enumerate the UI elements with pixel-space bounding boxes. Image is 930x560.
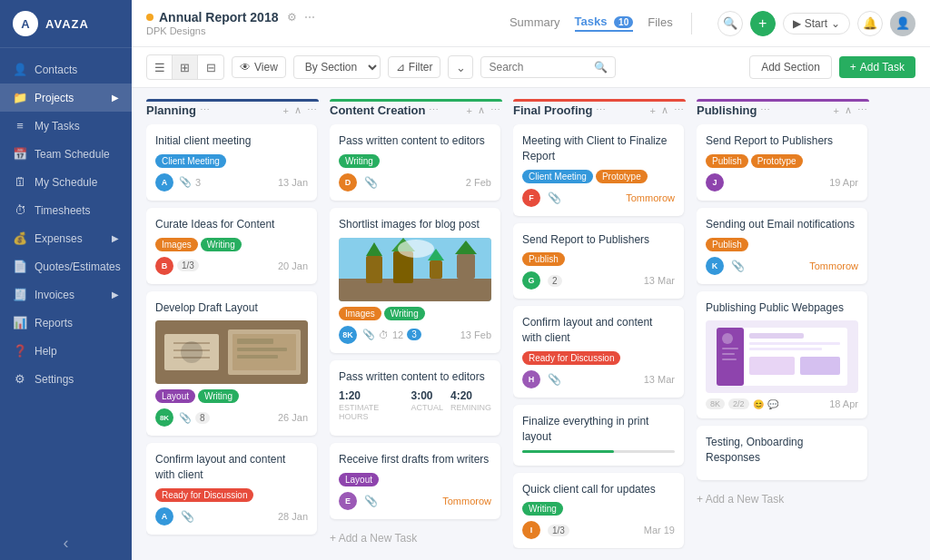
content-collapse-icon[interactable]: ∧ xyxy=(476,104,487,116)
card-pass-written-content[interactable]: Pass written content to editors Writing … xyxy=(330,124,500,201)
card-confirm-layout-planning[interactable]: Confirm layout and content with client R… xyxy=(146,443,317,535)
card-meeting-finalize[interactable]: Meeting with Client to Finalize Report C… xyxy=(513,124,684,216)
proofing-menu-icon[interactable]: ⋯ xyxy=(596,104,606,116)
sidebar-collapse-button[interactable]: ‹ xyxy=(0,526,132,560)
publishing-add-icon[interactable]: + xyxy=(832,105,841,116)
remaining-hours: 4:20 REMINING xyxy=(450,389,491,421)
card-email-notifications[interactable]: Sending out Email notifications Publish … xyxy=(697,208,867,284)
proofing-more-icon[interactable]: ⋯ xyxy=(672,104,686,116)
card-date: Tommorow xyxy=(442,496,491,506)
card-publishing-public-webpages[interactable]: Publishing Public Webpages xyxy=(697,291,867,419)
table-view-button[interactable]: ⊟ xyxy=(198,55,223,79)
board-view-button[interactable]: ⊞ xyxy=(173,55,198,79)
card-avatar: K xyxy=(706,257,724,275)
card-send-report-publishing[interactable]: Send Report to Publishers Publish Protot… xyxy=(697,124,867,201)
sidebar-item-contacts[interactable]: 👤 Contacts xyxy=(0,55,132,84)
proofing-top-border xyxy=(513,99,686,102)
card-testing-onboarding[interactable]: Testing, Onboarding Responses xyxy=(697,426,867,480)
sidebar-item-expenses[interactable]: 💰 Expenses ▶ xyxy=(0,224,132,252)
card-avatar: B xyxy=(155,257,173,275)
sidebar-item-my-tasks[interactable]: ≡ My Tasks xyxy=(0,112,132,140)
logo-icon: A xyxy=(13,11,38,36)
planning-collapse-icon[interactable]: ∧ xyxy=(292,104,303,116)
filter-more-button[interactable]: ⌄ xyxy=(448,55,473,79)
svg-point-7 xyxy=(181,341,203,363)
planning-add-task-link[interactable]: + Add a New Task xyxy=(146,542,317,549)
card-develop-draft[interactable]: Develop Draft Layout xyxy=(146,291,317,437)
filter-button[interactable]: ⊿ Filter xyxy=(388,56,441,78)
publishing-add-task-link[interactable]: + Add a New Task xyxy=(697,487,867,511)
nav-files[interactable]: Files xyxy=(648,15,672,31)
card-initial-client-meeting[interactable]: Initial client meeting Client Meeting A … xyxy=(146,124,317,201)
card-curate-ideas[interactable]: Curate Ideas for Content Images Writing … xyxy=(146,208,317,284)
card-confirm-layout-proofing[interactable]: Confirm layout and content with client R… xyxy=(513,306,684,398)
sidebar-label-reports: Reports xyxy=(35,317,73,329)
card-shortlist-images[interactable]: Shortlist images for blog post xyxy=(330,208,500,353)
add-task-button[interactable]: + Add Task xyxy=(839,56,915,78)
card-finalize-print-layout[interactable]: Finalize everything in print layout xyxy=(513,405,684,466)
content-menu-icon[interactable]: ⋯ xyxy=(429,104,439,116)
add-button[interactable]: + xyxy=(750,11,776,36)
card-quick-client-call[interactable]: Quick client call for updates Writing I … xyxy=(513,473,684,549)
publishing-col-actions: + ∧ ⋯ xyxy=(832,104,869,116)
sidebar-item-reports[interactable]: 📊 Reports xyxy=(0,309,132,337)
sidebar-item-team-schedule[interactable]: 📅 Team Schedule xyxy=(0,140,132,168)
search-icon: 🔍 xyxy=(594,61,608,74)
content-add-task-link[interactable]: + Add a New Task xyxy=(330,526,500,549)
publishing-collapse-icon[interactable]: ∧ xyxy=(843,104,854,116)
card-pass-written-content-2[interactable]: Pass written content to editors 1:20 EST… xyxy=(330,360,500,437)
section-select[interactable]: By Section xyxy=(293,55,381,79)
planning-add-icon[interactable]: + xyxy=(282,105,291,116)
planning-more-icon[interactable]: ⋯ xyxy=(305,104,319,116)
view-options-button[interactable]: 👁 View xyxy=(232,56,286,78)
user-avatar[interactable]: 👤 xyxy=(890,11,915,36)
sidebar-item-projects[interactable]: 📁 Projects ▶ xyxy=(0,84,132,112)
card-tags: Layout Writing xyxy=(155,389,308,403)
sidebar-item-help[interactable]: ❓ Help xyxy=(0,337,132,365)
proofing-cards: Meeting with Client to Finalize Report C… xyxy=(513,124,686,549)
sidebar-item-timesheets[interactable]: ⏱ Timesheets xyxy=(0,196,132,224)
content-more-icon[interactable]: ⋯ xyxy=(489,104,502,116)
filter-label: Filter xyxy=(409,61,433,74)
card-title: Sending out Email notifications xyxy=(706,217,858,232)
svg-rect-27 xyxy=(749,348,822,350)
planning-menu-icon[interactable]: ⋯ xyxy=(200,104,210,116)
proofing-add-icon[interactable]: + xyxy=(648,105,658,116)
project-status-dot xyxy=(146,14,153,21)
sidebar-item-settings[interactable]: ⚙ Settings xyxy=(0,365,132,393)
tag-publish: Publish xyxy=(522,252,565,266)
svg-rect-19 xyxy=(457,254,475,279)
svg-rect-8 xyxy=(237,339,273,344)
sidebar-label-timesheets: Timesheets xyxy=(35,204,91,217)
content-add-icon[interactable]: + xyxy=(465,105,474,116)
svg-rect-9 xyxy=(237,348,287,351)
nav-tasks[interactable]: Tasks 10 xyxy=(575,15,634,32)
start-timer-button[interactable]: ▶ Start ⌄ xyxy=(783,13,850,34)
publishing-more-icon[interactable]: ⋯ xyxy=(856,104,869,116)
nav-summary[interactable]: Summary xyxy=(510,15,560,31)
list-view-button[interactable]: ☰ xyxy=(147,55,173,79)
card-footer: G 2 13 Mar xyxy=(522,271,675,290)
sidebar-item-my-schedule[interactable]: 🗓 My Schedule xyxy=(0,168,132,196)
sidebar-item-invoices[interactable]: 🧾 Invoices ▶ xyxy=(0,280,132,309)
card-title: Curate Ideas for Content xyxy=(155,217,308,232)
card-date: 13 Mar xyxy=(644,275,675,286)
play-icon: ▶ xyxy=(793,17,801,30)
card-send-report-publishers[interactable]: Send Report to Publishers Publish G 2 13… xyxy=(513,223,684,300)
card-tags: Writing xyxy=(522,502,675,516)
notifications-button[interactable]: 🔔 xyxy=(857,11,883,36)
hours-row: 1:20 ESTIMATE HOURS 3:00 ACTUAL 4:20 REM… xyxy=(339,389,491,421)
card-footer: A 📎 3 13 Jan xyxy=(155,173,308,192)
search-input[interactable] xyxy=(489,61,594,74)
add-section-button[interactable]: Add Section xyxy=(749,55,832,79)
sidebar-item-quotes[interactable]: 📄 Quotes/Estimates xyxy=(0,252,132,280)
more-options-icon[interactable]: ⋯ xyxy=(304,11,315,24)
search-button[interactable]: 🔍 xyxy=(717,11,743,36)
proofing-collapse-icon[interactable]: ∧ xyxy=(659,104,670,116)
publishing-cards: Send Report to Publishers Publish Protot… xyxy=(697,124,869,549)
view-mode-group: ☰ ⊞ ⊟ xyxy=(146,54,224,80)
card-receive-first-drafts[interactable]: Receive first drafts from writers Layout… xyxy=(330,443,500,519)
publishing-menu-icon[interactable]: ⋯ xyxy=(760,104,770,116)
settings-gear-icon[interactable]: ⚙ xyxy=(287,11,297,24)
card-date: 13 Feb xyxy=(460,329,491,340)
